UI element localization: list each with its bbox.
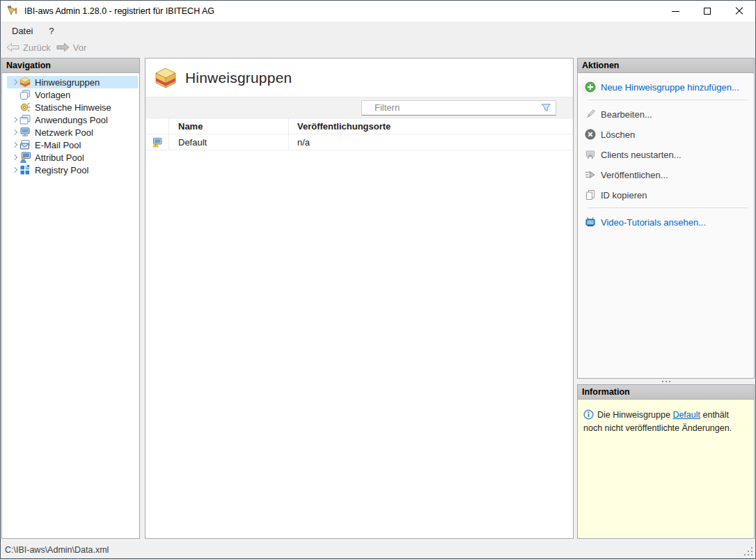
action-label: Neue Hinweisgruppe hinzufügen...	[601, 82, 739, 93]
back-button[interactable]: Zurück	[6, 42, 51, 53]
restart-clients-icon	[585, 149, 596, 160]
chevron-right-icon[interactable]	[10, 115, 19, 125]
panel-splitter[interactable]	[577, 379, 755, 384]
table-header: Name Veröffentlichungsorte	[145, 118, 573, 134]
filter-bar	[145, 97, 573, 118]
pencil-icon	[585, 109, 596, 120]
filter-funnel-icon[interactable]	[541, 102, 551, 113]
attribute-pool-icon	[19, 152, 31, 163]
action-publish[interactable]: Veröffentlichen...	[578, 167, 754, 182]
information-header: Information	[578, 385, 754, 400]
nav-item-registry-pool[interactable]: Registry Pool	[7, 164, 138, 176]
forward-label: Vor	[73, 42, 87, 53]
navigation-header: Navigation	[2, 58, 139, 73]
tv-icon	[585, 216, 596, 228]
menu-datei[interactable]: Datei	[6, 23, 39, 39]
navigation-panel: Navigation Hinweisgruppen Vorlagen	[1, 58, 140, 539]
actions-panel: Aktionen Neue Hinweisgruppe hinzufügen..…	[577, 58, 755, 379]
chevron-right-icon[interactable]	[10, 127, 19, 137]
minimize-icon	[672, 11, 679, 12]
copy-icon	[585, 189, 596, 200]
data-file-path: C:\IBI-aws\Admin\Data.xml	[5, 545, 109, 555]
hint-groups-icon	[19, 77, 31, 88]
default-group-link[interactable]: Default	[672, 410, 700, 420]
column-name[interactable]: Name	[169, 118, 289, 134]
action-label: Bearbeiten...	[601, 109, 652, 120]
chevron-right-icon[interactable]	[10, 77, 19, 87]
nav-item-label: Hinweisgruppen	[35, 77, 100, 88]
nav-item-label: Statische Hinweise	[35, 102, 111, 113]
nav-item-netzwerk-pool[interactable]: Netzwerk Pool	[7, 126, 138, 139]
action-label: ID kopieren	[601, 190, 647, 200]
workspace: Navigation Hinweisgruppen Vorlagen	[1, 55, 755, 541]
action-delete[interactable]: Löschen	[578, 127, 754, 142]
chevron-placeholder	[10, 102, 19, 112]
close-button[interactable]	[723, 1, 755, 22]
page-title: Hinweisgruppen	[185, 70, 292, 86]
info-text-before: Die Hinweisgruppe	[597, 410, 672, 420]
actions-header: Aktionen	[578, 58, 754, 73]
action-edit[interactable]: Bearbeiten...	[578, 107, 754, 122]
app-window: IBI-aws Admin 1.28.0 - registriert für I…	[0, 0, 756, 559]
row-icon-cell	[145, 134, 169, 150]
nav-item-label: Netzwerk Pool	[35, 127, 93, 138]
forward-button[interactable]: Vor	[56, 42, 87, 53]
maximize-button[interactable]	[691, 1, 723, 22]
row-locations: n/a	[289, 134, 573, 150]
filter-input[interactable]	[362, 101, 541, 115]
row-name: Default	[169, 134, 289, 150]
hint-groups-large-icon	[155, 67, 177, 89]
action-restart-clients[interactable]: Clients neustarten...	[578, 147, 754, 162]
nav-item-attribut-pool[interactable]: Attribut Pool	[7, 151, 138, 164]
status-bar: C:\IBI-aws\Admin\Data.xml	[1, 541, 755, 558]
nav-item-email-pool[interactable]: E-Mail Pool	[7, 139, 138, 151]
information-panel: Information Die Hinweisgruppe Default en…	[577, 384, 755, 539]
nav-item-label: E-Mail Pool	[35, 140, 81, 150]
static-notes-gear-icon	[19, 102, 31, 113]
action-label: Video-Tutorials ansehen...	[601, 217, 706, 228]
nav-toolbar: Zurück Vor	[1, 40, 755, 55]
filter-box	[361, 100, 556, 116]
publish-arrow-icon	[585, 169, 596, 180]
info-icon	[583, 409, 594, 420]
nav-item-label: Attribut Pool	[35, 152, 84, 163]
actions-separator	[588, 207, 748, 208]
content-panel: Hinweisgruppen Name Veröffentlichungsort…	[145, 58, 574, 539]
action-video-tutorials[interactable]: Video-Tutorials ansehen...	[578, 214, 754, 230]
chevron-right-icon[interactable]	[10, 165, 19, 175]
resize-grip-icon[interactable]	[751, 554, 753, 556]
nav-item-hinweisgruppen[interactable]: Hinweisgruppen	[7, 76, 138, 88]
maximize-icon	[704, 8, 711, 15]
menu-bar: Datei ?	[1, 22, 755, 40]
actions-list: Neue Hinweisgruppe hinzufügen... Bearbei…	[578, 73, 754, 378]
action-label: Löschen	[601, 129, 635, 140]
close-icon	[735, 7, 743, 15]
hint-groups-table: Name Veröffentlichungsorte Default n/a	[145, 118, 573, 538]
action-label: Veröffentlichen...	[601, 170, 668, 180]
window-title: IBI-aws Admin 1.28.0 - registriert für I…	[24, 6, 214, 16]
action-add-hint-group[interactable]: Neue Hinweisgruppe hinzufügen...	[578, 79, 754, 95]
chevron-right-icon[interactable]	[10, 152, 19, 162]
email-pool-icon	[19, 139, 31, 150]
content-header: Hinweisgruppen	[145, 58, 573, 97]
registry-pool-icon	[19, 164, 31, 175]
chevron-right-icon[interactable]	[10, 140, 19, 150]
actions-separator	[588, 100, 748, 100]
table-row[interactable]: Default n/a	[145, 134, 573, 150]
right-column: Aktionen Neue Hinweisgruppe hinzufügen..…	[577, 58, 755, 539]
column-locations[interactable]: Veröffentlichungsorte	[289, 118, 573, 134]
nav-item-vorlagen[interactable]: Vorlagen	[7, 88, 138, 101]
nav-item-anwendungs-pool[interactable]: Anwendungs Pool	[7, 113, 138, 126]
hint-group-warning-icon	[152, 136, 163, 148]
minimize-button[interactable]	[659, 1, 691, 22]
chevron-placeholder	[10, 90, 19, 100]
action-copy-id[interactable]: ID kopieren	[578, 187, 754, 203]
information-message: Die Hinweisgruppe Default enthält noch n…	[578, 400, 754, 538]
forward-arrow-icon	[56, 42, 70, 52]
nav-item-statische-hinweise[interactable]: Statische Hinweise	[7, 101, 138, 113]
title-bar: IBI-aws Admin 1.28.0 - registriert für I…	[1, 1, 755, 22]
action-label: Clients neustarten...	[601, 150, 682, 160]
nav-item-label: Registry Pool	[35, 165, 88, 175]
splitter-grip-icon	[666, 381, 667, 382]
menu-help[interactable]: ?	[42, 23, 60, 39]
